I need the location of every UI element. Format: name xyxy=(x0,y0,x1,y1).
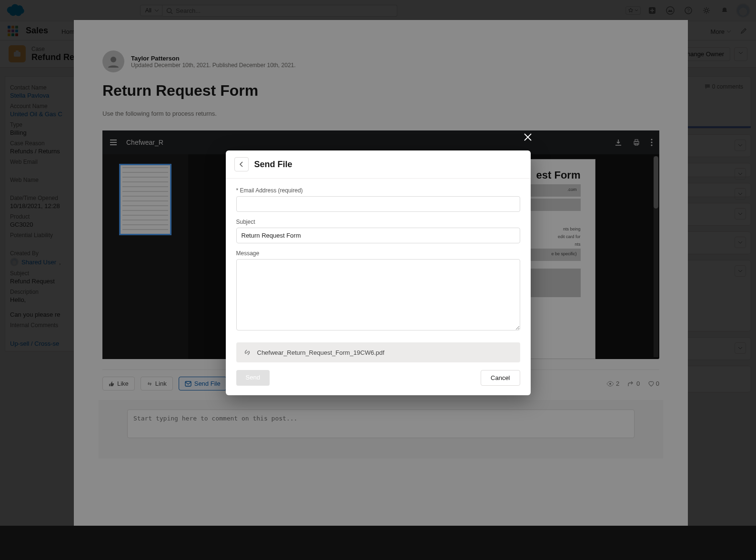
back-button[interactable] xyxy=(234,157,249,171)
dialog-title: Send File xyxy=(254,160,292,170)
attached-file-chip: Chefwear_Return_Request_Form_19CW6.pdf xyxy=(236,342,520,362)
send-button[interactable]: Send xyxy=(236,370,270,386)
close-dialog-icon[interactable] xyxy=(523,132,533,142)
send-file-dialog: Send File Email Address (required) Subje… xyxy=(226,150,531,395)
email-label: Email Address (required) xyxy=(236,187,520,194)
message-field[interactable] xyxy=(236,259,520,330)
attached-file-name: Chefwear_Return_Request_Form_19CW6.pdf xyxy=(257,349,384,356)
email-field[interactable] xyxy=(236,196,520,212)
message-label: Message xyxy=(236,250,520,257)
link-icon xyxy=(243,348,252,357)
cancel-button[interactable]: Cancel xyxy=(481,370,520,386)
subject-label: Subject xyxy=(236,219,520,225)
subject-field[interactable] xyxy=(236,228,520,243)
chevron-left-icon xyxy=(239,161,244,167)
